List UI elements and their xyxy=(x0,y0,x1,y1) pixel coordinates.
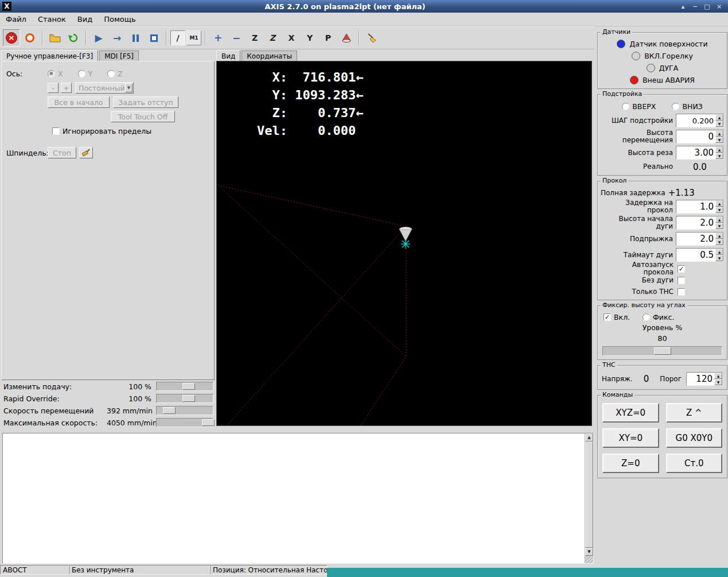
skip-lines-toggle[interactable]: / xyxy=(170,30,185,45)
jog-plus-button[interactable]: + xyxy=(61,83,72,93)
tab-preview[interactable]: Вид xyxy=(216,50,240,61)
clear-plot-button[interactable] xyxy=(363,29,380,47)
spin-up-icon[interactable]: ▲ xyxy=(715,130,723,137)
reload-file-button[interactable] xyxy=(65,29,82,47)
tab-mdi[interactable]: MDI [F5] xyxy=(99,51,139,61)
max-velocity-slider[interactable] xyxy=(156,418,213,427)
no-arc-checkbox[interactable] xyxy=(678,277,685,284)
menu-view[interactable]: Вид xyxy=(77,15,92,24)
z-up-button[interactable]: Z ^ xyxy=(666,403,723,423)
dro-vel: Vel: 0.000 xyxy=(257,122,363,140)
arc-start-height-spinbox[interactable]: 2.0 ▲▼ xyxy=(676,216,724,230)
view-front-button[interactable]: Y xyxy=(301,29,318,47)
close-button[interactable]: × xyxy=(715,2,723,10)
level-value: 80 xyxy=(600,334,725,344)
stop-button[interactable] xyxy=(145,29,162,47)
estop-button[interactable]: × xyxy=(3,29,20,47)
slider-handle[interactable] xyxy=(182,395,195,402)
corner-level-slider[interactable] xyxy=(602,346,722,356)
touch-off-button[interactable]: Задать отступ xyxy=(113,96,178,108)
preview-canvas[interactable]: X: 716.801← Y: 1093.283← Z: 0.737← Vel: … xyxy=(216,61,592,426)
resize-grip-icon[interactable] xyxy=(585,556,593,563)
run-step-button[interactable]: → xyxy=(108,29,126,47)
scrollbar-thumb[interactable] xyxy=(585,442,593,548)
cut-height-spinbox[interactable]: 3.00 ▲▼ xyxy=(676,146,724,160)
spin-up-icon[interactable]: ▲ xyxy=(715,146,723,153)
spin-up-icon[interactable]: ▲ xyxy=(715,233,723,239)
spin-down-icon[interactable]: ▼ xyxy=(715,223,723,229)
spin-down-icon[interactable]: ▼ xyxy=(715,255,723,261)
view-side-button[interactable]: X xyxy=(283,29,300,47)
rapid-override-slider[interactable] xyxy=(156,394,213,403)
history-scrollbar[interactable]: ▲ ▼ xyxy=(585,433,593,563)
menu-help[interactable]: Помощь xyxy=(104,15,135,24)
threshold-spinbox[interactable]: 120 ▲▼ xyxy=(686,372,723,386)
pierce-delay-spinbox[interactable]: 1.0 ▲▼ xyxy=(676,200,724,214)
adjust-down-radio[interactable] xyxy=(672,103,679,110)
tab-manual-control[interactable]: Ручное управление-[F3] xyxy=(1,50,98,61)
titlebar[interactable]: X AXIS 2.7.0 on plasma2lpt (нет файла) ▴… xyxy=(0,0,728,13)
zoom-in-button[interactable]: + xyxy=(209,29,227,47)
slider-handle[interactable] xyxy=(182,383,195,390)
spin-down-icon[interactable]: ▼ xyxy=(715,137,723,143)
open-file-button[interactable] xyxy=(46,29,64,47)
slider-handle[interactable] xyxy=(654,347,671,355)
spindle-stop-button[interactable]: Стоп xyxy=(48,147,76,158)
axis-z-radio[interactable] xyxy=(107,70,115,78)
arc-timeout-spinbox[interactable]: 0.5 ▲▼ xyxy=(676,248,724,262)
scroll-down-icon[interactable]: ▼ xyxy=(585,548,593,556)
pause-button[interactable] xyxy=(127,29,144,47)
spin-up-icon[interactable]: ▲ xyxy=(715,249,723,255)
adjust-up-radio[interactable] xyxy=(622,103,629,110)
view-top-button[interactable]: Z xyxy=(246,29,263,47)
corner-enable-checkbox[interactable]: ✓ xyxy=(604,313,611,321)
spin-down-icon[interactable]: ▼ xyxy=(715,153,723,159)
g0-x0y0-button[interactable]: G0 X0Y0 xyxy=(666,428,723,448)
run-button[interactable]: ▶ xyxy=(90,29,107,47)
slider-handle[interactable] xyxy=(202,419,215,426)
station-zero-button[interactable]: Ст.0 xyxy=(666,454,723,473)
tool-touch-off-button[interactable]: Tool Touch Off xyxy=(111,111,175,122)
scroll-up-icon[interactable]: ▲ xyxy=(585,433,593,442)
xy-zero-button[interactable]: XY=0 xyxy=(602,428,659,448)
spin-up-icon[interactable]: ▲ xyxy=(715,200,723,207)
axis-y-radio[interactable] xyxy=(78,70,85,78)
view-perspective-button[interactable]: P xyxy=(320,29,337,47)
jump-height-spinbox[interactable]: 2.0 ▲▼ xyxy=(676,232,724,246)
axis-x-radio[interactable]: ● xyxy=(48,70,55,78)
spin-down-icon[interactable]: ▼ xyxy=(715,207,723,213)
minimize-button[interactable]: − xyxy=(691,2,699,10)
spindle-brush-button[interactable] xyxy=(79,147,93,158)
travel-height-spinbox[interactable]: 0 ▲▼ xyxy=(676,130,724,144)
spin-down-icon[interactable]: ▼ xyxy=(715,121,723,127)
maximize-button[interactable]: □ xyxy=(703,2,711,10)
feed-override-slider[interactable] xyxy=(156,382,213,391)
message-history[interactable]: ▲ ▼ xyxy=(2,433,594,564)
xyz-zero-button[interactable]: XYZ=0 xyxy=(602,403,659,423)
spin-up-icon[interactable]: ▲ xyxy=(715,114,723,121)
machine-power-button[interactable] xyxy=(21,29,38,47)
jog-minus-button[interactable]: - xyxy=(48,83,59,93)
spin-up-icon[interactable]: ▲ xyxy=(715,216,723,223)
optional-stop-toggle[interactable]: M1 xyxy=(186,30,201,45)
spin-down-icon[interactable]: ▼ xyxy=(714,379,722,385)
tab-dro[interactable]: Координаты xyxy=(242,51,297,61)
view-rotated-top-button[interactable]: Z xyxy=(264,29,282,47)
spin-up-icon[interactable]: ▲ xyxy=(714,373,722,379)
slider-handle[interactable] xyxy=(163,407,176,414)
spin-down-icon[interactable]: ▼ xyxy=(715,239,723,245)
z-zero-button[interactable]: Z=0 xyxy=(602,454,659,473)
menu-file[interactable]: Файл xyxy=(6,15,26,24)
home-all-button[interactable]: Все в начало xyxy=(48,96,110,108)
rotate-view-button[interactable] xyxy=(338,29,355,47)
zoom-out-button[interactable]: − xyxy=(228,29,245,47)
adjust-step-spinbox[interactable]: 0.200 ▲▼ xyxy=(676,114,724,127)
menu-machine[interactable]: Станок xyxy=(38,15,66,24)
ignore-limits-checkbox[interactable] xyxy=(52,127,60,135)
jog-speed-slider[interactable] xyxy=(156,406,213,415)
thc-only-checkbox[interactable] xyxy=(678,288,685,296)
auto-pierce-checkbox[interactable]: ✓ xyxy=(678,265,685,273)
jog-mode-dropdown[interactable]: Постоянный ▼ xyxy=(75,82,134,94)
corner-fix-radio[interactable] xyxy=(643,313,650,321)
shade-button[interactable]: ▴ xyxy=(679,2,687,10)
